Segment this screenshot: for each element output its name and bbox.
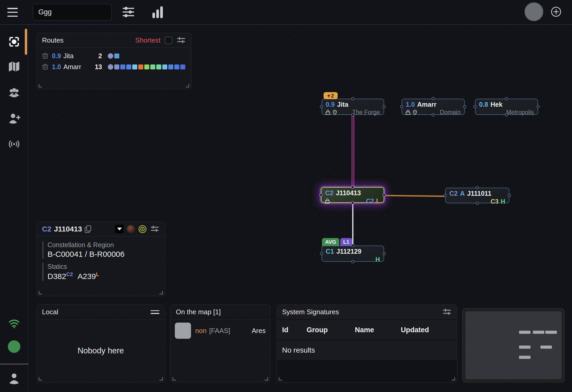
node-anchor[interactable] [476, 186, 479, 189]
route-destination[interactable]: Amarr [63, 63, 90, 71]
node-anchor[interactable] [537, 105, 540, 108]
stats-bars-icon[interactable] [152, 6, 165, 18]
copy-icon[interactable] [85, 225, 91, 233]
node-anchor[interactable] [508, 194, 511, 197]
node-anchor[interactable] [432, 113, 435, 116]
node-anchor[interactable] [351, 186, 354, 189]
node-anchor[interactable] [351, 260, 354, 263]
node-anchor[interactable] [400, 105, 403, 108]
col-updated[interactable]: Updated [401, 326, 452, 334]
map-node-jita[interactable]: 2 0.9Jita The Forge [321, 99, 384, 115]
resize-handle[interactable] [159, 291, 163, 294]
resize-handle[interactable] [159, 377, 163, 381]
add-map-icon[interactable] [551, 6, 562, 17]
node-anchor[interactable] [351, 201, 354, 204]
map-node-hek[interactable]: 0.8Hek Metropolis [475, 99, 538, 115]
drag-handle-icon[interactable] [151, 310, 159, 314]
routes-settings-icon[interactable] [176, 36, 186, 45]
sidebar-item-map-icon[interactable] [7, 60, 21, 74]
constellation-region-section: Constellation & Region B-C00041 / B-R000… [43, 241, 159, 259]
route-chain [108, 64, 185, 70]
resize-handle[interactable] [186, 84, 189, 87]
node-anchor[interactable] [383, 193, 386, 197]
sidebar-item-tracking-icon[interactable] [7, 137, 21, 151]
wormhole-class: C2 [449, 190, 458, 197]
route-mode-checkbox[interactable] [165, 37, 172, 44]
col-name[interactable]: Name [355, 326, 401, 334]
statics-value: D382C2A239L [47, 271, 159, 281]
node-anchor[interactable] [473, 105, 476, 108]
route-mode-label[interactable]: Shortest [135, 36, 160, 44]
delete-route-icon[interactable] [42, 63, 48, 70]
node-anchor[interactable] [351, 244, 354, 247]
avg-badge: AVG [322, 238, 339, 246]
node-anchor[interactable] [320, 105, 323, 108]
minimap-panel[interactable] [462, 308, 565, 382]
resize-handle[interactable] [39, 84, 42, 87]
sidebar-divider [0, 364, 28, 364]
signatures-column-headers: Id Group Name Updated [277, 320, 457, 340]
minimap-viewport[interactable] [465, 311, 562, 379]
node-anchor[interactable] [351, 97, 354, 100]
resize-handle[interactable] [39, 377, 42, 381]
col-id[interactable]: Id [282, 326, 307, 334]
local-panel: Local Nobody here [37, 305, 165, 382]
node-anchor[interactable] [383, 252, 386, 255]
node-anchor[interactable] [505, 97, 508, 100]
node-anchor[interactable] [463, 105, 466, 108]
map-node-amarr[interactable]: 1.0Amarr Domain [402, 99, 465, 115]
local-empty-text: Nobody here [37, 319, 165, 382]
system-signatures-panel: System Signatures Id Group Name Updated … [277, 305, 457, 382]
locate-icon[interactable] [138, 225, 147, 234]
lock-icon [325, 199, 330, 204]
map-node-j110413-selected[interactable]: C2J110413 C2 L [321, 187, 384, 203]
filter-sliders-icon[interactable] [122, 6, 135, 18]
top-bar [0, 0, 572, 25]
node-anchor[interactable] [351, 113, 354, 116]
route-chain [108, 53, 119, 59]
sidebar-item-characters-icon[interactable] [7, 86, 21, 100]
l1-badge: L1 [340, 238, 352, 246]
node-anchor[interactable] [505, 113, 508, 116]
chain-circle [108, 53, 113, 59]
pilot-row[interactable]: non [FAAS] Ares [171, 319, 270, 339]
routes-title: Routes [42, 36, 63, 44]
node-anchor[interactable] [444, 194, 447, 197]
signatures-title: System Signatures [282, 308, 339, 316]
lock-icon [406, 110, 410, 115]
wormhole-class: C2 [325, 189, 333, 197]
effect-icon[interactable] [127, 225, 135, 233]
node-anchor[interactable] [320, 252, 323, 255]
sidebar [0, 25, 28, 392]
user-icon[interactable] [7, 372, 21, 385]
route-security: 0.9 [52, 52, 63, 60]
collapse-button[interactable] [115, 225, 124, 233]
node-anchor[interactable] [432, 97, 435, 100]
map-node-j111011[interactable]: C2AJ111011 C3 H [445, 188, 509, 203]
sidebar-item-focus-icon[interactable] [7, 35, 21, 49]
node-anchor[interactable] [476, 202, 479, 205]
node-anchor[interactable] [383, 105, 386, 108]
route-row: 1.0 Amarr 13 [37, 61, 191, 72]
section-label: Statics [47, 263, 159, 270]
resize-handle[interactable] [172, 377, 176, 381]
menu-icon[interactable] [7, 8, 18, 17]
node-anchor[interactable] [319, 193, 323, 197]
col-group[interactable]: Group [307, 326, 355, 334]
delete-route-icon[interactable] [42, 52, 48, 59]
statics-section: Statics D382C2A239L [43, 263, 159, 281]
sidebar-item-add-character-icon[interactable] [7, 112, 21, 125]
connection-wifi-icon [7, 316, 21, 330]
user-avatar[interactable] [525, 2, 543, 21]
route-destination[interactable]: Jita [63, 52, 90, 60]
resize-handle[interactable] [39, 291, 42, 294]
resize-handle[interactable] [265, 377, 268, 381]
signatures-settings-icon[interactable] [442, 307, 452, 317]
resize-handle[interactable] [279, 377, 282, 381]
map-node-j112129[interactable]: AVG L1 C1J112129 H [321, 246, 384, 262]
settings-sliders-icon[interactable] [150, 224, 159, 234]
pilot-ship: Ares [252, 327, 266, 335]
resize-handle[interactable] [452, 377, 455, 381]
map-name-input[interactable] [33, 4, 112, 20]
region-label: Domain [440, 109, 461, 116]
